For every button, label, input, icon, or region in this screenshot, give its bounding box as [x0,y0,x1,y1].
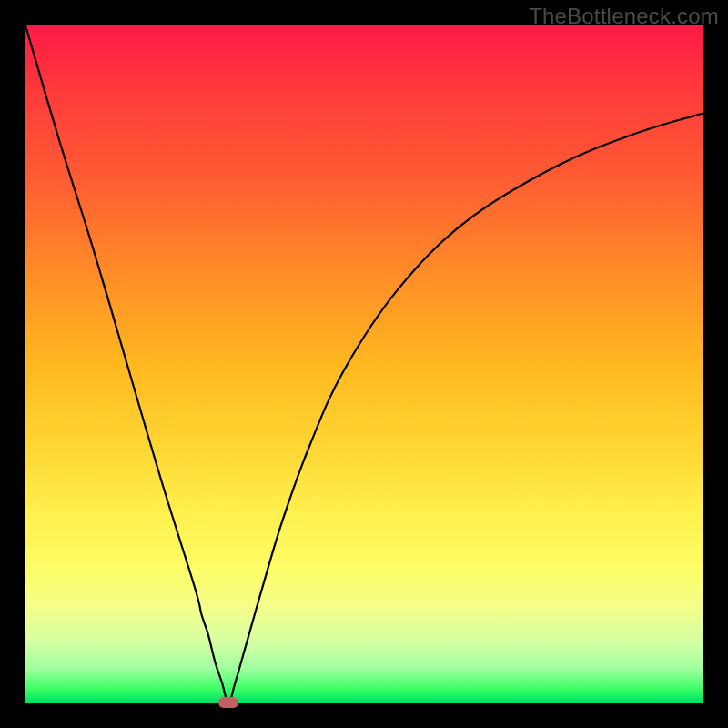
chart-frame: TheBottleneck.com [0,0,728,728]
curve-path [25,25,703,703]
watermark-text: TheBottleneck.com [529,4,719,29]
bottleneck-curve [25,25,703,703]
optimal-point-marker [218,697,238,708]
chart-plot-area [25,25,703,703]
